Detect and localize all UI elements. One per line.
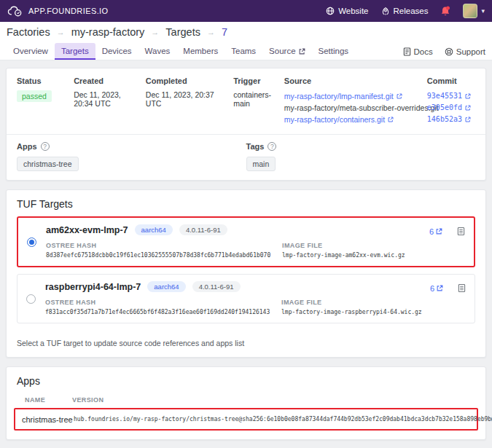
target-manifest-icon[interactable]: [458, 283, 466, 293]
app-logo[interactable]: APP.FOUNDRIES.IO: [7, 6, 109, 17]
breadcrumb-separator-icon: →: [207, 28, 215, 36]
tab-devices[interactable]: Devices: [95, 43, 138, 60]
factory-tabs: Overview Targets Devices Waves Members T…: [0, 42, 492, 60]
app-name: christmas-tree: [22, 415, 74, 424]
status-label: Status: [17, 76, 69, 85]
ostree-hash-label: OSTREE HASH: [45, 299, 281, 306]
commit-link[interactable]: e305e0fd: [427, 102, 462, 114]
external-link-icon: [465, 117, 471, 122]
ostree-hash-value: 8d387eefc67518dcbb0c19f61ec10362555507b7…: [46, 252, 282, 259]
breadcrumb-separator-icon: →: [57, 28, 65, 36]
target-name: am62xx-evm-lmp-7: [46, 225, 128, 235]
image-file-label: IMAGE FILE: [282, 242, 429, 249]
target-runs-link[interactable]: 6: [430, 284, 443, 293]
image-file-value: lmp-factory-image-raspberrypi4-64.wic.gz: [281, 309, 430, 315]
breadcrumb-target-number[interactable]: 7: [222, 26, 227, 38]
completed-value: Dec 11, 2023, 20:37 UTC: [146, 90, 229, 108]
completed-label: Completed: [146, 76, 229, 85]
tuf-target-row-am62xx[interactable]: am62xx-evm-lmp-7 aarch64 4.0.11-6-91 OST…: [17, 216, 475, 267]
tags-help-icon[interactable]: ?: [268, 142, 276, 151]
external-link-icon: [465, 93, 471, 99]
tuf-footer-hint: Select a TUF target to update source cod…: [7, 337, 485, 357]
commit-link[interactable]: 93e45531: [427, 90, 462, 102]
globe-icon: [326, 7, 335, 15]
tag-chip: main: [246, 157, 276, 171]
image-file-value: lmp-factory-image-am62xx-evm.wic.gz: [282, 252, 429, 259]
breadcrumb: Factories → my-rasp-factory → Targets → …: [0, 22, 492, 42]
support-label: Support: [456, 47, 485, 56]
tags-label: Tags: [246, 142, 265, 151]
support-icon: [445, 47, 453, 56]
logo-text: APP.FOUNDRIES.IO: [28, 7, 109, 15]
target-runs-link[interactable]: 6: [429, 227, 442, 236]
target-runs-count: 6: [430, 284, 434, 293]
user-menu-chevron-icon[interactable]: ▾: [481, 7, 485, 15]
ostree-hash-value: f831acc0f35d71a7b71ef4ec6665bf6f482a3f16…: [45, 309, 281, 315]
trigger-label: Trigger: [233, 76, 280, 85]
releases-rocket-icon: [381, 7, 390, 15]
external-link-icon: [388, 117, 394, 122]
source-repo-link[interactable]: my-rasp-factory/meta-subscriber-override…: [284, 102, 439, 114]
releases-label: Releases: [394, 7, 429, 15]
tab-members[interactable]: Members: [176, 43, 224, 60]
external-link-icon: [465, 105, 471, 111]
docs-label: Docs: [414, 47, 433, 56]
topbar: APP.FOUNDRIES.IO Website Releases ▾: [0, 0, 492, 22]
website-link[interactable]: Website: [326, 7, 368, 15]
app-chip: christmas-tree: [17, 157, 79, 171]
external-link-icon: [299, 48, 305, 55]
created-value: Dec 11, 2023, 20:34 UTC: [74, 90, 141, 108]
tab-teams[interactable]: Teams: [224, 43, 262, 60]
apps-title: Apps: [7, 367, 485, 393]
source-label: Source: [284, 76, 423, 85]
target-name: raspberrypi4-64-lmp-7: [45, 282, 141, 292]
app-version: hub.foundries.io/my-rasp-factory/christm…: [74, 416, 491, 423]
website-label: Website: [338, 7, 368, 15]
build-info-card: Status passed Created Dec 11, 2023, 20:3…: [6, 68, 486, 181]
releases-link[interactable]: Releases: [381, 7, 429, 15]
source-repo-link[interactable]: my-rasp-factory/lmp-manifest.git: [284, 90, 394, 102]
status-badge: passed: [17, 90, 52, 102]
tab-source[interactable]: Source: [262, 43, 311, 60]
commit-link[interactable]: 146b52a3: [427, 114, 462, 125]
external-link-icon: [397, 93, 402, 99]
tab-waves[interactable]: Waves: [138, 43, 177, 60]
target-arch-badge: aarch64: [135, 224, 173, 235]
external-link-icon: [437, 285, 443, 291]
target-radio-unselected[interactable]: [26, 294, 36, 304]
created-label: Created: [74, 76, 141, 85]
cloud-logo-icon: [7, 6, 23, 17]
apps-column-version: VERSION: [72, 396, 475, 404]
tabs-right: Docs Support: [403, 47, 485, 60]
avatar[interactable]: [463, 4, 477, 18]
source-repo-link[interactable]: my-rasp-factory/containers.git: [284, 114, 385, 125]
breadcrumb-separator-icon: →: [151, 28, 159, 36]
tuf-target-row-raspberrypi[interactable]: raspberrypi4-64-lmp-7 aarch64 4.0.11-6-9…: [17, 274, 475, 323]
support-link[interactable]: Support: [445, 47, 485, 56]
tuf-targets-title: TUF Targets: [7, 190, 485, 216]
breadcrumb-factory[interactable]: my-rasp-factory: [71, 26, 145, 38]
target-version-badge: 4.0.11-6-91: [179, 224, 227, 235]
apps-tags-row: Apps ? christmas-tree Tags ? main: [7, 135, 485, 180]
ostree-hash-label: OSTREE HASH: [46, 242, 282, 249]
target-runs-count: 6: [429, 227, 434, 236]
trigger-value: containers-main: [233, 90, 280, 108]
apps-label: Apps: [17, 142, 37, 151]
docs-link[interactable]: Docs: [403, 47, 433, 56]
tab-settings[interactable]: Settings: [312, 43, 356, 60]
target-version-badge: 4.0.11-6-91: [192, 281, 241, 292]
app-row-christmas-tree[interactable]: christmas-tree hub.foundries.io/my-rasp-…: [14, 408, 478, 431]
apps-help-icon[interactable]: ?: [41, 142, 50, 151]
tab-overview[interactable]: Overview: [7, 43, 55, 60]
commit-label: Commit: [427, 76, 471, 85]
breadcrumb-factories[interactable]: Factories: [7, 26, 50, 38]
apps-card: Apps NAME VERSION christmas-tree hub.fou…: [6, 366, 486, 440]
breadcrumb-targets[interactable]: Targets: [165, 26, 200, 38]
image-file-label: IMAGE FILE: [281, 299, 430, 306]
tab-targets[interactable]: Targets: [55, 43, 95, 60]
external-link-icon: [436, 228, 442, 235]
notifications-bell-icon[interactable]: [440, 6, 450, 17]
target-radio-selected[interactable]: [27, 237, 36, 247]
target-arch-badge: aarch64: [147, 281, 185, 292]
target-manifest-icon[interactable]: [457, 227, 465, 236]
